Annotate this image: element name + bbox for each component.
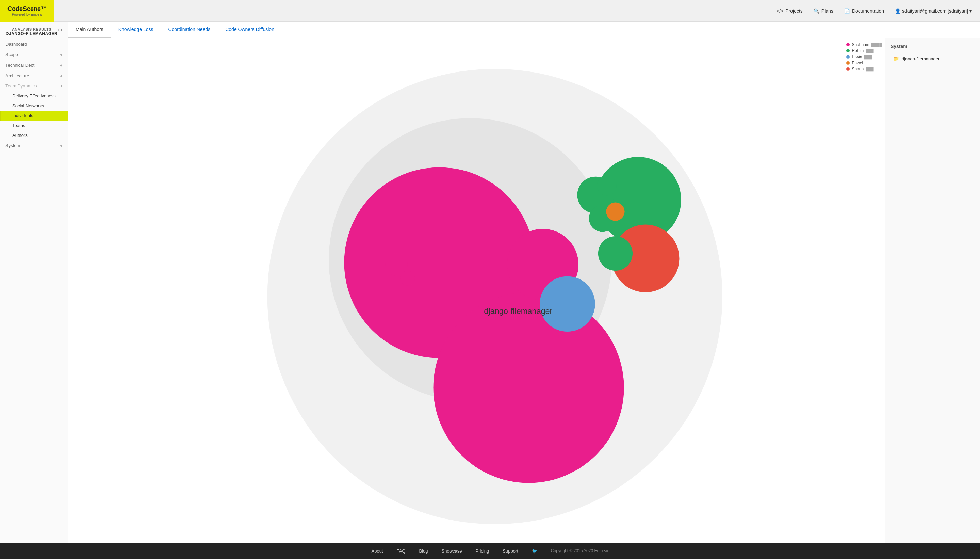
- legend-dot-shubham: [846, 43, 850, 46]
- sidebar-item-social-networks[interactable]: Social Networks: [0, 101, 68, 111]
- main-nav: </> Projects 🔍 Plans 📄 Documentation 👤 s…: [777, 8, 972, 13]
- tab-code-owners-diffusion[interactable]: Code Owners Diffusion: [218, 22, 282, 38]
- system-django-filemanager[interactable]: 📁 django-filemanager: [891, 53, 975, 64]
- user-menu[interactable]: 👤 sdaityari@gmail.com [sdaityari] ▾: [895, 8, 972, 13]
- sidebar-item-system[interactable]: System ◀: [0, 140, 68, 151]
- svg-point-3: [433, 292, 624, 483]
- nav-plans[interactable]: 🔍 Plans: [813, 8, 833, 13]
- legend-erwin: Erwin ███: [846, 55, 882, 59]
- main-layout: ⚙ ANALYSIS RESULTS DJANGO-FILEMANAGER Da…: [0, 22, 980, 542]
- chevron-down-icon: ▾: [61, 84, 62, 88]
- copyright: Copyright © 2015-2020 Empear: [551, 549, 609, 553]
- chevron-icon: ◀: [59, 63, 62, 67]
- nav-documentation[interactable]: 📄 Documentation: [844, 8, 884, 13]
- sidebar-item-architecture[interactable]: Architecture ◀: [0, 71, 68, 81]
- sidebar-item-authors[interactable]: Authors: [0, 131, 68, 140]
- sidebar-item-scope[interactable]: Scope ◀: [0, 50, 68, 60]
- settings-icon[interactable]: ⚙: [58, 27, 62, 33]
- main-content: django-filemanager Shubham ████ Rohith █…: [68, 38, 980, 542]
- chevron-icon: ◀: [59, 144, 62, 147]
- search-icon: 🔍: [813, 8, 819, 13]
- project-name: DJANGO-FILEMANAGER: [5, 31, 62, 36]
- legend-pawel: Pawel: [846, 61, 882, 65]
- header: CodeScene™ Powered by Empear </> Project…: [0, 0, 980, 22]
- sidebar-item-technical-debt[interactable]: Technical Debt ◀: [0, 60, 68, 71]
- svg-point-14: [598, 236, 633, 271]
- tab-coordination-needs[interactable]: Coordination Needs: [161, 22, 218, 38]
- folder-icon: 📁: [893, 56, 899, 61]
- doc-icon: 📄: [844, 8, 850, 13]
- svg-point-11: [597, 176, 617, 196]
- legend-dot-erwin: [846, 55, 850, 59]
- right-panel: System 📁 django-filemanager: [885, 38, 980, 542]
- chevron-icon: ◀: [59, 53, 62, 56]
- logo[interactable]: CodeScene™ Powered by Empear: [0, 0, 54, 22]
- viz-area: django-filemanager Shubham ████ Rohith █…: [68, 38, 885, 542]
- dropdown-icon: ▾: [970, 8, 972, 13]
- code-icon: </>: [777, 8, 783, 13]
- footer-blog[interactable]: Blog: [419, 549, 428, 554]
- user-icon: 👤: [895, 8, 901, 13]
- content-area: Main Authors Knowledge Loss Coordination…: [68, 22, 980, 542]
- footer-showcase[interactable]: Showcase: [442, 549, 462, 554]
- footer-support[interactable]: Support: [503, 549, 518, 554]
- sidebar-item-individuals[interactable]: Individuals: [0, 111, 68, 121]
- twitter-icon[interactable]: 🐦: [532, 549, 537, 554]
- svg-point-12: [606, 203, 624, 221]
- legend-shaun: Shaun ███: [846, 67, 882, 71]
- legend-dot-pawel: [846, 61, 850, 64]
- legend-dot-rohith: [846, 49, 850, 53]
- footer-faq[interactable]: FAQ: [397, 549, 406, 554]
- legend: Shubham ████ Rohith ███ Erwin ███: [846, 42, 882, 71]
- legend-rohith: Rohith ███: [846, 48, 882, 53]
- footer-about[interactable]: About: [371, 549, 383, 554]
- logo-subtitle: Powered by Empear: [12, 13, 43, 17]
- legend-dot-shaun: [846, 68, 850, 71]
- legend-shubham: Shubham ████: [846, 42, 882, 47]
- sidebar-item-team-dynamics[interactable]: Team Dynamics ▾: [0, 81, 68, 91]
- svg-point-7: [400, 271, 415, 285]
- logo-title: CodeScene™: [8, 5, 47, 13]
- footer: About FAQ Blog Showcase Pricing Support …: [0, 542, 980, 559]
- analysis-label: ANALYSIS RESULTS: [5, 27, 62, 31]
- system-panel-title: System: [891, 44, 975, 49]
- sidebar-item-dashboard[interactable]: Dashboard: [0, 39, 68, 50]
- sidebar-item-delivery-effectiveness[interactable]: Delivery Effectiveness: [0, 91, 68, 101]
- sidebar-item-teams[interactable]: Teams: [0, 121, 68, 131]
- bubble-chart: django-filemanager: [68, 38, 885, 542]
- sidebar: ⚙ ANALYSIS RESULTS DJANGO-FILEMANAGER Da…: [0, 22, 68, 542]
- chevron-icon: ◀: [59, 74, 62, 78]
- tab-main-authors[interactable]: Main Authors: [68, 22, 111, 38]
- footer-pricing[interactable]: Pricing: [476, 549, 489, 554]
- chart-label: django-filemanager: [484, 307, 552, 316]
- svg-point-5: [539, 276, 595, 332]
- nav-projects[interactable]: </> Projects: [777, 8, 803, 13]
- tab-knowledge-loss[interactable]: Knowledge Loss: [111, 22, 161, 38]
- tab-bar: Main Authors Knowledge Loss Coordination…: [68, 22, 980, 38]
- sidebar-header: ⚙ ANALYSIS RESULTS DJANGO-FILEMANAGER: [0, 22, 68, 39]
